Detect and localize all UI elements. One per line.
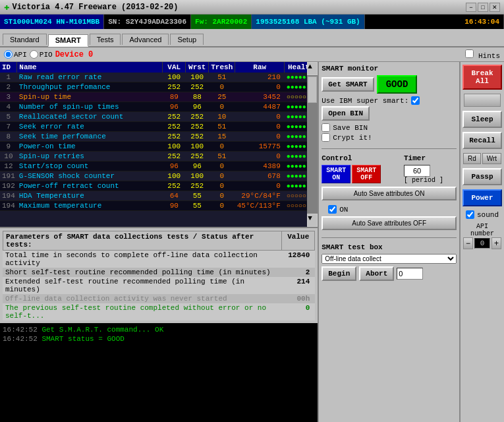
cell-val: 64 bbox=[163, 191, 186, 201]
log-lines: 16:42:52 Get S.M.A.R.T. command... OK16:… bbox=[3, 326, 315, 343]
abort-button[interactable]: Abort bbox=[359, 266, 394, 281]
table-row: 8 Seek time perfomance 252 252 15 0 ●●●●… bbox=[0, 132, 318, 142]
col-thresh: Tresh bbox=[209, 62, 235, 73]
table-row: 3 Spin-up time 89 88 25 3452 ○○○○○ bbox=[0, 92, 318, 102]
recall-button[interactable]: Recall bbox=[462, 132, 502, 149]
cell-wrst: 88 bbox=[186, 92, 209, 102]
wrt-button[interactable]: Wrt bbox=[482, 153, 501, 164]
test-type-select[interactable]: Off-line data collect bbox=[322, 254, 457, 264]
cell-thresh: 10 bbox=[209, 112, 235, 122]
api-decrement-button[interactable]: − bbox=[463, 237, 473, 249]
scroll-track bbox=[307, 75, 318, 214]
control-title: Control bbox=[322, 154, 400, 162]
crypt-checkbox[interactable] bbox=[322, 133, 330, 142]
cell-id: 192 bbox=[0, 181, 17, 191]
smart-on-off-buttons: SMARTON SMARTOFF bbox=[322, 165, 400, 183]
cell-raw: 4389 bbox=[235, 162, 285, 171]
cell-raw: 45°C/113°F bbox=[235, 201, 285, 211]
cell-name: Number of spin-up times bbox=[17, 102, 163, 112]
save-bin-checkbox[interactable] bbox=[322, 123, 330, 132]
right-panel: SMART monitor Get SMART GOOD Use IBM sup… bbox=[318, 62, 459, 422]
api-increment-button[interactable]: + bbox=[491, 237, 501, 249]
on-checkbox[interactable] bbox=[328, 205, 337, 214]
cell-wrst: 252 bbox=[186, 112, 209, 122]
begin-abort-row: Begin Abort bbox=[322, 266, 457, 281]
cell-val: 100 bbox=[163, 73, 186, 82]
cell-wrst: 96 bbox=[186, 102, 209, 112]
cell-raw: 210 bbox=[235, 73, 285, 82]
tab-smart[interactable]: SMART bbox=[48, 34, 88, 47]
cell-id: 10 bbox=[0, 152, 17, 162]
sleep-button[interactable]: Sleep bbox=[462, 111, 502, 128]
far-right-panel: Break All Sleep Recall Rd Wrt Passp Powe… bbox=[459, 62, 504, 422]
hints-label: Hints bbox=[465, 49, 500, 60]
hints-checkbox[interactable] bbox=[465, 49, 474, 58]
log-timestamp: 16:42:52 bbox=[3, 335, 38, 343]
maximize-button[interactable]: □ bbox=[478, 3, 488, 12]
timer-input[interactable] bbox=[404, 165, 430, 177]
good-status-button[interactable]: GOOD bbox=[377, 75, 418, 94]
serial-info: SN: S2Y4J9ADA23306 bbox=[104, 15, 191, 29]
get-smart-button[interactable]: Get SMART bbox=[322, 77, 374, 92]
cell-id: 8 bbox=[0, 132, 17, 142]
api-label: API bbox=[14, 51, 27, 59]
device-bar: API PIO Device 0 Hints bbox=[0, 47, 504, 62]
sound-checkbox[interactable] bbox=[466, 210, 474, 219]
table-row: 4 Number of spin-up times 96 96 0 4487 ●… bbox=[0, 102, 318, 112]
timer-section: Timer [ period ] bbox=[404, 154, 457, 184]
api-pio-group: API PIO Device 0 bbox=[4, 50, 93, 59]
cell-id: 1 bbox=[0, 73, 17, 82]
tab-tests[interactable]: Tests bbox=[90, 34, 121, 45]
pio-radio[interactable] bbox=[30, 50, 38, 59]
cell-wrst: 100 bbox=[186, 142, 209, 152]
auto-save-on-button[interactable]: Auto Save attributes ON bbox=[322, 187, 457, 200]
status-row-label: Extended self-test routine recommended p… bbox=[5, 278, 279, 293]
rd-button[interactable]: Rd bbox=[463, 153, 481, 164]
scrollbar[interactable]: ▲ ▼ bbox=[307, 62, 318, 227]
break-all-button[interactable]: Break All bbox=[462, 65, 502, 90]
status-row-label: Short self-test routine recommended poll… bbox=[5, 268, 279, 276]
cell-thresh: 0 bbox=[209, 102, 235, 112]
smart-test-section: SMART test box Off-line data collect Beg… bbox=[322, 243, 457, 284]
power-button[interactable]: Power bbox=[462, 189, 502, 206]
tab-standard[interactable]: Standard bbox=[3, 34, 47, 45]
cell-name: Spin-up time bbox=[17, 92, 163, 102]
table-row: 12 Start/stop count 96 96 0 4389 ●●●●● bbox=[0, 162, 318, 171]
cell-id: 194 bbox=[0, 191, 17, 201]
cell-wrst: 252 bbox=[186, 152, 209, 162]
api-number-section: API number − 0 + bbox=[463, 223, 501, 249]
tab-advanced[interactable]: Advanced bbox=[122, 34, 169, 45]
cell-id: 9 bbox=[0, 142, 17, 152]
smart-off-button[interactable]: SMARTOFF bbox=[352, 165, 381, 183]
begin-button[interactable]: Begin bbox=[322, 266, 356, 281]
cell-val: 90 bbox=[163, 201, 186, 211]
auto-save-off-button[interactable]: Auto Save attributes OFF bbox=[322, 216, 457, 230]
cell-thresh: 15 bbox=[209, 132, 235, 142]
api-radio[interactable] bbox=[4, 50, 13, 59]
smart-on-button[interactable]: SMARTON bbox=[322, 165, 350, 183]
close-button[interactable]: ✕ bbox=[490, 3, 500, 12]
use-ibm-checkbox[interactable] bbox=[411, 96, 420, 105]
cell-name: Throughput perfomance bbox=[17, 82, 163, 92]
control-timer-row: Control SMARTON SMARTOFF Timer [ period … bbox=[322, 154, 457, 184]
cell-val: 252 bbox=[163, 112, 186, 122]
open-bin-button[interactable]: Open BIN bbox=[322, 106, 370, 121]
cell-thresh: 0 bbox=[209, 82, 235, 92]
scroll-thumb[interactable] bbox=[308, 76, 317, 103]
status-section: Parameters of SMART data collections tes… bbox=[0, 227, 318, 323]
scroll-down-arrow[interactable]: ▼ bbox=[307, 214, 318, 227]
window-title: Victoria 4.47 Freeware (2013-02-20) bbox=[12, 3, 178, 12]
minimize-button[interactable]: − bbox=[466, 3, 476, 12]
passp-button[interactable]: Passp bbox=[462, 168, 502, 185]
cell-thresh: 51 bbox=[209, 152, 235, 162]
scroll-up-arrow[interactable]: ▲ bbox=[307, 62, 318, 75]
status-row-value: 2 bbox=[279, 268, 312, 276]
test-value-input[interactable] bbox=[397, 268, 423, 280]
cell-name: Seek time perfomance bbox=[17, 132, 163, 142]
cell-raw: 4487 bbox=[235, 102, 285, 112]
cell-thresh: 0 bbox=[209, 191, 235, 201]
table-row: 192 Power-off retract count 252 252 0 0 … bbox=[0, 181, 318, 191]
status-row-label: Total time in seconds to complete off-li… bbox=[5, 251, 279, 267]
firmware-info: Fw: 2AR20002 bbox=[191, 15, 252, 29]
tab-setup[interactable]: Setup bbox=[170, 34, 204, 45]
